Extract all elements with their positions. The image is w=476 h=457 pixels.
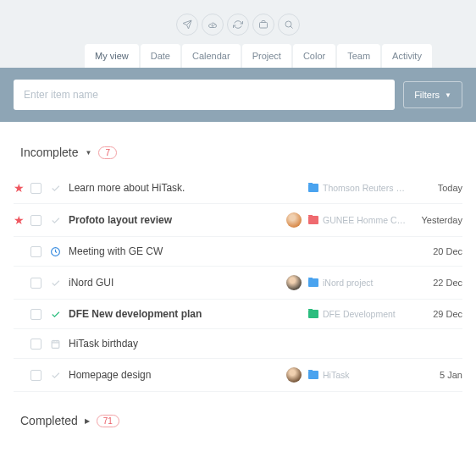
- tab-date[interactable]: Date: [141, 44, 180, 68]
- task-checkbox[interactable]: [30, 183, 42, 194]
- section-completed-header[interactable]: Completed ▶ 71: [20, 414, 462, 427]
- tab-my-view[interactable]: My view: [85, 44, 139, 68]
- tab-color[interactable]: Color: [293, 44, 335, 68]
- briefcase-icon[interactable]: [252, 14, 274, 36]
- task-checkbox[interactable]: [30, 246, 42, 257]
- svg-rect-0: [260, 23, 268, 29]
- folder-label: Thomson Reuters – A: [323, 183, 408, 193]
- task-project[interactable]: DFE Development: [308, 309, 408, 319]
- task-title: Profoto layout review: [69, 214, 280, 226]
- filters-button[interactable]: Filters ▼: [403, 81, 462, 108]
- star-icon[interactable]: ★: [14, 181, 24, 195]
- task-date: Today: [415, 183, 462, 193]
- star-icon[interactable]: ★: [14, 213, 24, 227]
- task-title: Meeting with GE CW: [69, 245, 280, 257]
- top-icon-row: [0, 8, 476, 44]
- tab-team[interactable]: Team: [337, 44, 380, 68]
- tab-activity[interactable]: Activity: [382, 44, 432, 68]
- check-icon: [48, 370, 62, 381]
- check-icon: [48, 183, 62, 194]
- task-project[interactable]: GUNEE Homme Cam: [308, 215, 408, 225]
- task-list: ★Learn more about HiTask.Thomson Reuters…: [14, 173, 462, 392]
- section-title: Incomplete: [20, 146, 78, 159]
- avatar: [286, 367, 302, 383]
- task-row[interactable]: ★Learn more about HiTask.Thomson Reuters…: [14, 173, 462, 204]
- folder-label: GUNEE Homme Cam: [323, 215, 408, 225]
- svg-point-1: [285, 21, 291, 27]
- task-row[interactable]: ★Profoto layout reviewGUNEE Homme CamYes…: [14, 204, 462, 237]
- folder-icon: [308, 371, 318, 379]
- task-title: iNord GUI: [69, 277, 280, 289]
- folder-icon: [308, 184, 318, 192]
- task-title: Learn more about HiTask.: [69, 182, 280, 194]
- svg-rect-3: [52, 340, 59, 348]
- folder-label: HiTask: [323, 370, 350, 380]
- task-row[interactable]: iNord GUIiNord project22 Dec: [14, 267, 462, 300]
- task-project[interactable]: HiTask: [308, 370, 408, 380]
- task-checkbox[interactable]: [30, 215, 42, 226]
- folder-label: iNord project: [323, 278, 374, 288]
- check-icon: [48, 309, 62, 320]
- avatar: [286, 275, 302, 290]
- section-incomplete-header[interactable]: Incomplete ▼ 7: [20, 146, 462, 159]
- task-title: Homepage design: [69, 369, 280, 381]
- section-title: Completed: [20, 414, 78, 427]
- task-project[interactable]: Thomson Reuters – A: [308, 183, 408, 193]
- task-date: 20 Dec: [415, 246, 462, 256]
- task-title: HiTask birthday: [69, 338, 280, 350]
- task-date: 5 Jan: [415, 370, 462, 380]
- cloud-upload-icon[interactable]: [202, 14, 224, 36]
- task-project[interactable]: iNord project: [308, 278, 408, 288]
- task-row[interactable]: Meeting with GE CW20 Dec: [14, 237, 462, 267]
- chevron-down-icon: ▼: [85, 149, 91, 157]
- refresh-icon[interactable]: [227, 14, 249, 36]
- task-row[interactable]: HiTask birthday: [14, 329, 462, 359]
- calendar-icon: [48, 339, 62, 350]
- task-date: Yesterday: [415, 215, 462, 225]
- folder-label: DFE Development: [323, 309, 396, 319]
- task-title: DFE New development plan: [69, 308, 280, 320]
- paper-plane-icon[interactable]: [176, 14, 198, 36]
- task-checkbox[interactable]: [30, 309, 42, 320]
- folder-icon: [308, 278, 318, 287]
- count-badge: 71: [97, 415, 119, 427]
- task-date: 22 Dec: [415, 278, 462, 288]
- search-bar: Filters ▼: [0, 68, 476, 122]
- search-icon[interactable]: [278, 14, 300, 36]
- tab-project[interactable]: Project: [242, 44, 291, 68]
- count-badge: 7: [98, 146, 117, 159]
- task-checkbox[interactable]: [30, 278, 42, 289]
- clock-icon: [48, 246, 62, 257]
- folder-icon: [308, 216, 318, 224]
- view-tabs: My viewDateCalendarProjectColorTeamActiv…: [0, 44, 476, 68]
- check-icon: [48, 278, 62, 289]
- task-checkbox[interactable]: [30, 370, 42, 381]
- check-icon: [48, 215, 62, 226]
- tab-calendar[interactable]: Calendar: [182, 44, 241, 68]
- chevron-right-icon: ▶: [85, 417, 90, 425]
- folder-icon: [308, 310, 318, 318]
- task-row[interactable]: DFE New development planDFE Development2…: [14, 300, 462, 329]
- avatar: [286, 212, 302, 228]
- task-checkbox[interactable]: [30, 339, 42, 350]
- chevron-down-icon: ▼: [445, 91, 451, 99]
- task-row[interactable]: Homepage designHiTask5 Jan: [14, 359, 462, 392]
- search-input[interactable]: [14, 80, 395, 110]
- filters-label: Filters: [414, 90, 440, 100]
- task-date: 29 Dec: [415, 309, 462, 319]
